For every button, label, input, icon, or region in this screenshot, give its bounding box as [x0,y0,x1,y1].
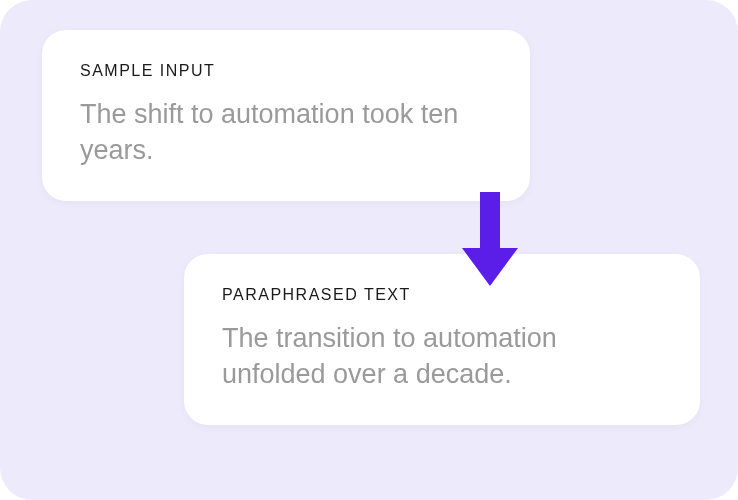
output-card: PARAPHRASED TEXT The transition to autom… [184,254,700,425]
output-text: The transition to automation unfolded ov… [222,320,662,393]
arrow-down-icon [462,192,518,288]
input-card: SAMPLE INPUT The shift to automation too… [42,30,530,201]
input-label: SAMPLE INPUT [80,62,492,80]
output-label: PARAPHRASED TEXT [222,286,662,304]
input-text: The shift to automation took ten years. [80,96,492,169]
diagram-container: SAMPLE INPUT The shift to automation too… [0,0,738,500]
